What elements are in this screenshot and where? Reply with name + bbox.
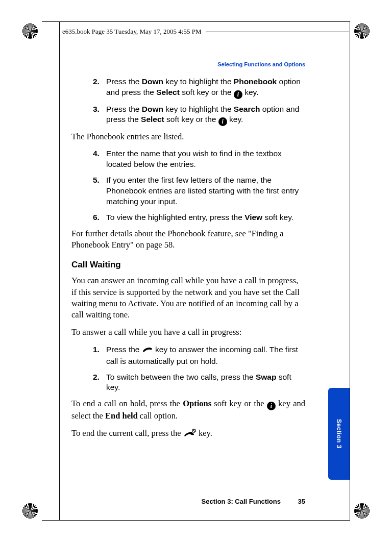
section-tab: Section 3 xyxy=(328,388,350,480)
text: call option. xyxy=(138,411,178,421)
footer-title: Section 3: Call Functions xyxy=(202,498,281,505)
registration-mark-icon xyxy=(22,23,38,39)
step-text: Press the Down key to highlight the Phon… xyxy=(106,77,305,99)
step-number: 1. xyxy=(93,344,106,367)
registration-mark-icon xyxy=(354,23,370,39)
registration-mark-icon xyxy=(354,503,370,519)
softkey-name: View xyxy=(244,213,262,221)
list-item: 4. Enter the name that you wish to find … xyxy=(93,149,305,170)
svg-line-1 xyxy=(193,430,195,432)
step-number: 5. xyxy=(93,175,106,207)
option-name: Phonebook xyxy=(234,77,277,86)
body-paragraph: To answer a call while you have a call i… xyxy=(71,327,305,338)
softkey-name: Options xyxy=(183,399,211,408)
section-tab-label: Section 3 xyxy=(335,419,342,449)
step-number: 2. xyxy=(93,372,106,393)
header-running-text: e635.book Page 35 Tuesday, May 17, 2005 … xyxy=(60,28,204,36)
crop-mark-top xyxy=(42,21,350,22)
option-name: End held xyxy=(105,411,138,421)
body-paragraph: The Phonebook entries are listed. xyxy=(71,131,305,142)
step-text: Press the Down key to highlight the Sear… xyxy=(106,104,305,127)
step-number: 2. xyxy=(93,77,106,99)
key-name: Down xyxy=(142,77,163,86)
text: key. xyxy=(227,115,243,124)
body-paragraph: For further details about the Phonebook … xyxy=(71,228,305,251)
page-content: Selecting Functions and Options 2. Press… xyxy=(71,61,305,448)
subheading: Call Waiting xyxy=(71,260,305,270)
text: soft key or the xyxy=(180,88,234,96)
list-item: 1. Press the key to answer the incoming … xyxy=(93,344,305,367)
text: To view the highlighted entry, press the xyxy=(106,213,244,221)
list-item: 6. To view the highlighted entry, press … xyxy=(93,212,305,223)
list-item: 2. Press the Down key to highlight the P… xyxy=(93,77,305,99)
header-rule xyxy=(206,32,349,32)
list-item: 5. If you enter the first few letters of… xyxy=(93,175,305,207)
text: key. xyxy=(242,88,259,96)
body-paragraph: To end a call on hold, press the Options… xyxy=(71,398,305,422)
page-header: e635.book Page 35 Tuesday, May 17, 2005 … xyxy=(60,22,349,41)
step-text: Enter the name that you wish to find in … xyxy=(106,149,305,170)
softkey-name: Select xyxy=(156,88,180,96)
text: soft key or the xyxy=(211,399,267,408)
text: Press the xyxy=(106,77,142,86)
crop-mark-right xyxy=(350,21,350,521)
text: Press the xyxy=(106,345,142,354)
step-text: To switch between the two calls, press t… xyxy=(106,372,305,393)
text: Press the xyxy=(106,105,142,113)
registration-mark-icon xyxy=(22,503,38,519)
text: soft key. xyxy=(262,213,293,221)
softkey-name: Select xyxy=(141,115,164,124)
list-item: 2. To switch between the two calls, pres… xyxy=(93,372,305,393)
text: key to highlight the xyxy=(163,105,234,113)
softkey-name: Swap xyxy=(256,373,276,381)
step-text: If you enter the first few letters of th… xyxy=(106,175,305,207)
footer-page-number: 35 xyxy=(298,498,305,505)
section-label: Selecting Functions and Options xyxy=(71,61,305,67)
end-key-icon xyxy=(183,429,197,441)
list-item: 3. Press the Down key to highlight the S… xyxy=(93,104,305,127)
page-footer: Section 3: Call Functions 35 xyxy=(71,498,305,505)
option-name: Search xyxy=(234,105,260,113)
step-number: 4. xyxy=(93,149,106,170)
text: soft key or the xyxy=(164,115,218,124)
call-key-icon xyxy=(142,346,153,356)
text: To end the current call, press the xyxy=(71,428,183,438)
text: To switch between the two calls, press t… xyxy=(106,373,256,381)
body-paragraph: To end the current call, press the key. xyxy=(71,428,305,441)
step-text: To view the highlighted entry, press the… xyxy=(106,212,305,223)
info-key-icon: i xyxy=(234,90,242,99)
text: To end a call on hold, press the xyxy=(71,399,183,408)
crop-mark-left xyxy=(59,21,60,521)
step-number: 3. xyxy=(93,104,106,127)
crop-mark-bottom xyxy=(42,520,350,521)
step-text: Press the key to answer the incoming cal… xyxy=(106,344,305,367)
body-paragraph: You can answer an incoming call while yo… xyxy=(71,275,305,321)
text: key. xyxy=(197,428,212,438)
step-number: 6. xyxy=(93,212,106,223)
text: key to highlight the xyxy=(163,77,234,86)
info-key-icon: i xyxy=(267,402,276,410)
info-key-icon: i xyxy=(218,117,227,126)
key-name: Down xyxy=(142,105,163,113)
